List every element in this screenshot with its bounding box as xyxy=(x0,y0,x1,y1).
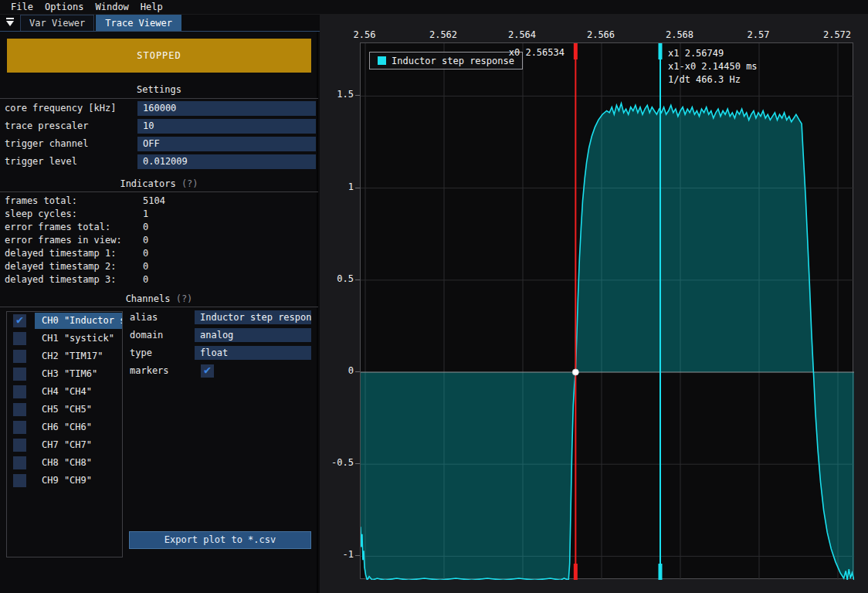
indicator-value: 5104 xyxy=(143,195,165,208)
setting-field[interactable]: 0.012009 xyxy=(137,154,316,169)
menu-item-file[interactable]: File xyxy=(11,2,33,12)
y-axis-tick-label: 0.5 xyxy=(321,273,354,284)
menu-item-help[interactable]: Help xyxy=(141,2,163,12)
tab-var-viewer[interactable]: Var Viewer xyxy=(20,15,94,31)
indicator-label: error frames total: xyxy=(5,221,110,234)
divider xyxy=(0,98,318,99)
setting-label: trigger channel xyxy=(5,138,88,149)
indicator-value: 1 xyxy=(143,208,148,221)
channel-detail-row: typefloat xyxy=(130,346,312,364)
x-axis-tick-label: 2.568 xyxy=(656,29,703,40)
indicator-row: error frames total:0 xyxy=(0,221,318,234)
channel-checkbox[interactable] xyxy=(13,385,26,398)
channel-checkbox[interactable] xyxy=(13,368,26,381)
channel-row[interactable]: CH5 "CH5" xyxy=(7,401,122,418)
channel-checkbox[interactable] xyxy=(13,332,26,345)
marker-x0-label: x0 2.56534 xyxy=(509,47,565,58)
channel-label: CH7 "CH7" xyxy=(35,437,122,453)
indicator-value: 0 xyxy=(143,234,148,247)
app-window: FileOptionsWindowHelp Var ViewerTrace Vi… xyxy=(0,0,868,593)
channel-row[interactable]: CH7 "CH7" xyxy=(7,436,122,454)
x-axis-tick-label: 2.572 xyxy=(814,29,860,40)
setting-row: trace prescaler10 xyxy=(0,118,318,136)
markers-checkbox[interactable] xyxy=(201,364,214,378)
indicator-rows: frames total:5104sleep cycles:1error fra… xyxy=(0,195,318,286)
indicator-label: error frames in view: xyxy=(5,234,122,247)
channel-detail-row: domainanalog xyxy=(130,328,312,346)
detail-label-type: type xyxy=(130,347,152,358)
x-axis-tick-label: 2.57 xyxy=(735,29,782,40)
setting-label: trigger level xyxy=(5,156,77,167)
legend-label: Inductor step response xyxy=(392,56,514,66)
indicators-help-icon[interactable]: (?) xyxy=(181,178,198,189)
y-axis-tick-label: -0.5 xyxy=(321,457,354,468)
channel-checkbox[interactable] xyxy=(13,456,26,469)
setting-row: trigger level0.012009 xyxy=(0,154,318,171)
indicator-label: delayed timestamp 1: xyxy=(5,247,117,260)
tab-bar: Var ViewerTrace Viewer xyxy=(0,15,320,32)
channel-label: CH5 "CH5" xyxy=(35,402,122,418)
channel-checkbox[interactable] xyxy=(13,421,26,434)
channel-label: CH6 "CH6" xyxy=(35,419,122,435)
indicators-title-text: Indicators xyxy=(120,178,175,189)
indicator-row: delayed timestamp 2:0 xyxy=(0,260,318,273)
channels-help-icon[interactable]: (?) xyxy=(176,293,193,304)
channel-row[interactable]: CH6 "CH6" xyxy=(7,418,122,436)
tab-list-dropdown-icon[interactable] xyxy=(5,17,16,28)
setting-field[interactable]: 160000 xyxy=(137,101,316,116)
export-csv-button[interactable]: Export plot to *.csv xyxy=(129,531,311,549)
channels-title-text: Channels xyxy=(126,293,171,304)
indicator-row: frames total:5104 xyxy=(0,195,318,208)
indicator-value: 0 xyxy=(143,260,148,273)
indicator-row: error frames in view:0 xyxy=(0,234,318,247)
channel-row[interactable]: CH3 "TIM6" xyxy=(7,365,122,383)
plot-legend: Inductor step response xyxy=(369,52,523,69)
indicator-label: frames total: xyxy=(5,195,77,208)
detail-label-domain: domain xyxy=(130,330,163,341)
channel-checkbox[interactable] xyxy=(13,403,26,416)
indicator-row: delayed timestamp 1:0 xyxy=(0,247,318,260)
menu-item-options[interactable]: Options xyxy=(45,2,84,12)
channel-row[interactable]: CH1 "systick" xyxy=(7,330,122,347)
channel-label: CH8 "CH8" xyxy=(35,455,122,471)
acquisition-status-button[interactable]: STOPPED xyxy=(7,39,311,73)
setting-row: core frequency [kHz]160000 xyxy=(0,100,318,118)
channels-section-title: Channels (?) xyxy=(0,293,318,304)
channel-row[interactable]: CH4 "CH4" xyxy=(7,383,122,401)
dropdown-triangle xyxy=(6,21,14,26)
detail-field-type[interactable]: float xyxy=(195,346,311,360)
indicator-label: sleep cycles: xyxy=(5,208,77,221)
channel-detail-row: markers xyxy=(130,364,312,381)
detail-field-domain[interactable]: analog xyxy=(195,328,311,342)
menu-item-window[interactable]: Window xyxy=(95,2,128,12)
plot-area[interactable]: Inductor step response x0 2.56534 x1 2.5… xyxy=(360,42,853,579)
marker-x1-value: x1 2.56749 xyxy=(668,47,758,60)
y-axis-tick-label: -1 xyxy=(321,549,354,560)
detail-field-alias[interactable]: Inductor step respons xyxy=(195,310,311,324)
channel-row[interactable]: CH8 "CH8" xyxy=(7,454,122,472)
channel-checkbox[interactable] xyxy=(13,314,26,327)
detail-label-alias: alias xyxy=(130,312,158,323)
tab-trace-viewer[interactable]: Trace Viewer xyxy=(96,15,181,31)
channel-list: CH0 "Inductor stCH1 "systick"CH2 "TIM17"… xyxy=(6,311,123,557)
channel-checkbox[interactable] xyxy=(13,439,26,452)
setting-row: trigger channelOFF xyxy=(0,136,318,154)
channel-row[interactable]: CH9 "CH9" xyxy=(7,472,122,490)
indicator-label: delayed timestamp 2: xyxy=(5,260,117,273)
y-axis-tick-label: 1.5 xyxy=(321,89,354,100)
channel-row[interactable]: CH0 "Inductor st xyxy=(7,312,122,330)
channel-detail-row: aliasInductor step respons xyxy=(130,310,312,328)
setting-field[interactable]: 10 xyxy=(137,119,316,134)
settings-rows: core frequency [kHz]160000trace prescale… xyxy=(0,100,318,171)
channel-label: CH2 "TIM17" xyxy=(35,348,122,364)
marker-freq-value: 1/dt 466.3 Hz xyxy=(668,73,758,86)
x-axis-tick-label: 2.56 xyxy=(341,29,388,40)
x-axis-tick-label: 2.562 xyxy=(420,29,466,40)
channel-row[interactable]: CH2 "TIM17" xyxy=(7,347,122,365)
setting-field[interactable]: OFF xyxy=(137,137,316,151)
channel-checkbox[interactable] xyxy=(13,474,26,487)
setting-label: trace prescaler xyxy=(5,120,88,131)
channel-checkbox[interactable] xyxy=(13,350,26,363)
x-axis-tick-label: 2.564 xyxy=(499,29,545,40)
setting-label: core frequency [kHz] xyxy=(5,103,117,114)
